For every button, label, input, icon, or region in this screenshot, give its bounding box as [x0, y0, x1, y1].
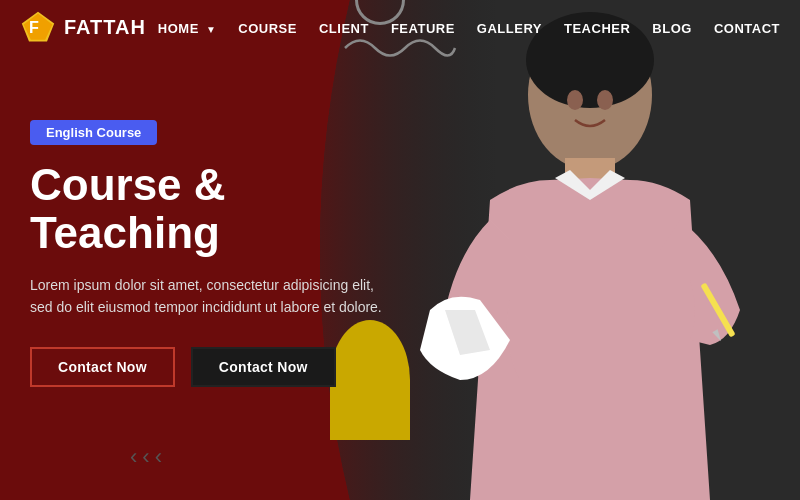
logo-text: FATTAH [64, 16, 146, 39]
nav-link-teacher[interactable]: TEACHER [564, 21, 630, 36]
nav-link-client[interactable]: CLIENT [319, 21, 369, 36]
nav-item-blog[interactable]: BLOG [652, 19, 692, 37]
prev-arrow-2[interactable]: ‹ [142, 444, 149, 470]
nav-item-contact[interactable]: CONTACT [714, 19, 780, 37]
nav-item-course[interactable]: COURSE [238, 19, 297, 37]
hero-description: Lorem ipsum dolor sit amet, consectetur … [30, 274, 390, 319]
hero-buttons: Contact Now Contact Now [30, 347, 410, 387]
nav-item-home[interactable]: HOME ▼ [158, 19, 217, 37]
nav-item-gallery[interactable]: GALLERY [477, 19, 542, 37]
logo[interactable]: F FATTAH [20, 10, 146, 46]
svg-point-8 [597, 90, 613, 110]
contact-now-button-1[interactable]: Contact Now [30, 347, 175, 387]
nav-link-feature[interactable]: FEATURE [391, 21, 455, 36]
prev-arrow-1[interactable]: ‹ [130, 444, 137, 470]
nav-link-contact[interactable]: CONTACT [714, 21, 780, 36]
navbar: F FATTAH HOME ▼ COURSE CLIENT FEATURE GA… [0, 0, 800, 55]
home-dropdown-arrow: ▼ [206, 24, 216, 35]
nav-link-course[interactable]: COURSE [238, 21, 297, 36]
nav-item-client[interactable]: CLIENT [319, 19, 369, 37]
nav-item-teacher[interactable]: TEACHER [564, 19, 630, 37]
prev-arrow-3[interactable]: ‹ [155, 444, 162, 470]
nav-links: HOME ▼ COURSE CLIENT FEATURE GALLERY TEA… [158, 19, 780, 37]
nav-item-feature[interactable]: FEATURE [391, 19, 455, 37]
hero-title: Course & Teaching [30, 161, 410, 258]
slider-prev-arrows[interactable]: ‹ ‹ ‹ [130, 444, 162, 470]
svg-text:F: F [29, 18, 39, 36]
svg-point-7 [567, 90, 583, 110]
nav-link-blog[interactable]: BLOG [652, 21, 692, 36]
nav-link-gallery[interactable]: GALLERY [477, 21, 542, 36]
nav-link-home[interactable]: HOME ▼ [158, 21, 217, 36]
hero-badge: English Course [30, 120, 157, 145]
hero-content: English Course Course & Teaching Lorem i… [30, 120, 410, 387]
contact-now-button-2[interactable]: Contact Now [191, 347, 336, 387]
logo-icon: F [20, 10, 56, 46]
